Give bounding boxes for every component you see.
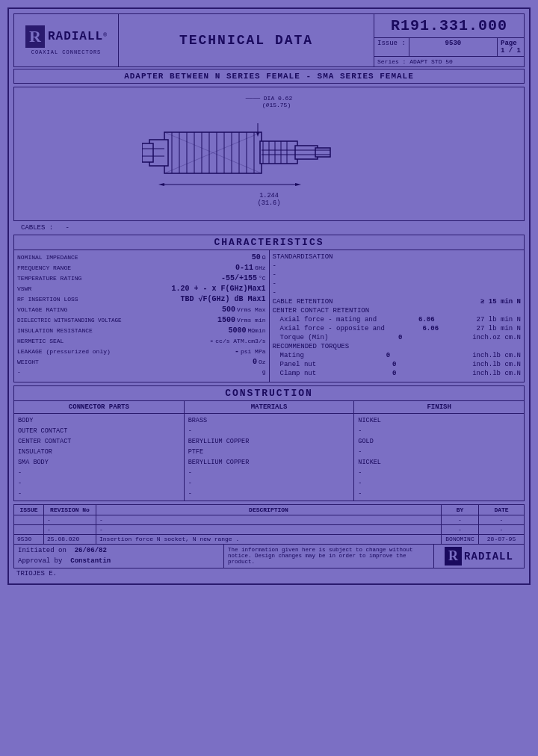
part-d2: - xyxy=(18,478,180,489)
fin-d2: - xyxy=(358,478,520,489)
mat-insulator: PTFE xyxy=(188,447,350,457)
mat-body: BRASS xyxy=(188,415,350,426)
char-right: STANDARDISATION - - - - CABLE RETENTION … xyxy=(270,250,525,382)
col-parts: CONNECTOR PARTS xyxy=(14,401,185,413)
char-row-voltage: VOLTAGE RATING 500 Vrms Max xyxy=(17,306,266,314)
finish-col: NICKEL - GOLD - NICKEL - - - xyxy=(354,414,524,501)
part-d1: - xyxy=(18,468,180,478)
page-label: Page1 / 1 xyxy=(498,38,524,56)
char-row-weight: WEIGHT 0 Oz xyxy=(17,358,266,366)
mat-outer: - xyxy=(188,426,350,436)
construction-title: CONSTRUCTION xyxy=(14,386,524,401)
construction-section: CONSTRUCTION CONNECTOR PARTS MATERIALS F… xyxy=(13,385,525,501)
cr-mating: Mating 0 inch.lb cm.N xyxy=(273,352,522,359)
col-finish: FINISH xyxy=(354,401,524,413)
revision-table: ISSUE REVISION No DESCRIPTION BY DATE - … xyxy=(13,504,525,545)
char-row-vswr: VSWR 1.20 + - x F(GHz)Max1 xyxy=(17,285,266,293)
part-sma: SMA BODY xyxy=(18,457,180,468)
bottom-line: TRIOJES E. xyxy=(13,568,525,579)
header: R RADIALL® COAXIAL CONNECTORS TECHNICAL … xyxy=(13,13,525,67)
characteristics-content: NOMINAL IMPEDANCE 50 Ω FREQUENCY RANGE 0… xyxy=(14,250,524,382)
title-box: TECHNICAL DATA xyxy=(119,14,374,66)
cr-axial-mate: Axial force - mating and 6.06 27 lb min … xyxy=(273,316,522,323)
char-row-dielectric: DIELECTRIC WITHSTANDING VOLTAGE 1500 Vrm… xyxy=(17,316,266,324)
drawing-area: ──── DIA 0.62 (∅15.75) xyxy=(13,87,525,221)
char-row-leakage: LEAKAGE (pressurized only) - psi MPa xyxy=(17,347,266,356)
svg-marker-30 xyxy=(158,183,164,186)
logo-tm: ® xyxy=(103,31,107,38)
characteristics-section: CHARACTERISTICS NOMINAL IMPEDANCE 50 Ω F… xyxy=(13,235,525,382)
cables-row: CABLES : - xyxy=(13,224,525,232)
cr-clamp: Clamp nut 0 inch.lb cm.N xyxy=(273,370,522,377)
mat-d2: - xyxy=(188,478,350,489)
logo-radiall: RADIALL xyxy=(48,30,103,43)
part-center: CENTER CONTACT xyxy=(18,436,180,447)
svg-rect-20 xyxy=(295,146,318,159)
fin-body: NICKEL xyxy=(358,415,520,426)
construction-body: BODY OUTER CONTACT CENTER CONTACT INSULA… xyxy=(14,413,524,501)
footer-notice: The information given here is subject to… xyxy=(224,545,434,568)
parts-col: BODY OUTER CONTACT CENTER CONTACT INSULA… xyxy=(14,414,185,501)
doc-info: R191.331.000 Issue : 9530 Page1 / 1 Seri… xyxy=(374,14,524,66)
dia-label: ──── DIA 0.62 (∅15.75) xyxy=(246,95,292,108)
doc-title: TECHNICAL DATA xyxy=(179,33,313,48)
footer: Initiated on 26/06/82 Approval by Consta… xyxy=(13,545,525,568)
cr-axial-opp: Axial force - opposite and 6.06 27 lb mi… xyxy=(273,325,522,332)
rev-row-1: - - - - xyxy=(14,515,524,525)
char-row-temp: TEMPERATURE RATING -55/+155 °C xyxy=(17,274,266,282)
char-row-freq: FREQUENCY RANGE 0-11 GHz xyxy=(17,264,266,272)
rev-col-issue: ISSUE xyxy=(14,505,44,515)
part-d3: - xyxy=(18,489,180,499)
char-row-impedance: NOMINAL IMPEDANCE 50 Ω xyxy=(17,253,266,261)
svg-rect-16 xyxy=(142,143,153,162)
length-label: 1.244 (31.6) xyxy=(258,192,281,207)
part-outer: OUTER CONTACT xyxy=(18,426,180,436)
footer-initiated: Initiated on 26/06/82 Approval by Consta… xyxy=(14,545,224,568)
cr-rec-torques: RECOMMENDED TORQUES xyxy=(273,343,522,350)
cr-standardisation: STANDARDISATION xyxy=(273,253,522,261)
materials-col: BRASS - BERYLLIUM COPPER PTFE BERYLLIUM … xyxy=(185,414,355,501)
doc-series: Series : ADAPT STD 50 xyxy=(374,57,524,66)
char-row-insulation: INSULATION RESISTANCE 5000 MΩmin xyxy=(17,326,266,335)
rev-row-3: 9530 25.08.020 Insertion force N socket,… xyxy=(14,535,524,544)
logo-sub: COAXIAL CONNECTORS xyxy=(31,49,102,55)
cr-s3: - xyxy=(273,280,522,288)
col-materials: MATERIALS xyxy=(185,401,355,413)
svg-rect-19 xyxy=(260,141,297,164)
rev-col-revno: REVISION No xyxy=(44,505,96,515)
fin-d3: - xyxy=(358,489,520,499)
mat-center: BERYLLIUM COPPER xyxy=(188,436,350,447)
rev-col-desc: DESCRIPTION xyxy=(96,505,442,515)
cr-panel: Panel nut 0 inch.lb cm.N xyxy=(273,361,522,368)
cr-s1: - xyxy=(273,262,522,270)
logo-box: R RADIALL® COAXIAL CONNECTORS xyxy=(14,14,119,66)
mat-d1: - xyxy=(188,468,350,478)
fin-d1: - xyxy=(358,468,520,478)
char-row-weight-g: - g xyxy=(17,368,266,375)
connector-drawing xyxy=(142,110,396,192)
characteristics-title: CHARACTERISTICS xyxy=(14,235,524,250)
svg-marker-31 xyxy=(295,183,301,186)
doc-issue-row: Issue : 9530 Page1 / 1 xyxy=(374,38,524,57)
rev-col-by: BY xyxy=(442,505,479,515)
cr-center-ret: CENTER CONTACT RETENTION xyxy=(273,307,522,315)
page: R RADIALL® COAXIAL CONNECTORS TECHNICAL … xyxy=(7,7,531,585)
logo-top: R RADIALL® xyxy=(25,25,107,48)
part-insulator: INSULATOR xyxy=(18,447,180,457)
fin-center: GOLD xyxy=(358,436,520,447)
cr-s4: - xyxy=(273,289,522,297)
footer-logo: R RADIALL xyxy=(434,545,524,568)
svg-rect-21 xyxy=(315,148,330,157)
cr-torque: Torque (Min) 0 inch.oz cm.N xyxy=(273,334,522,341)
char-left: NOMINAL IMPEDANCE 50 Ω FREQUENCY RANGE 0… xyxy=(14,250,270,382)
logo-r-box: R xyxy=(25,25,45,48)
char-row-insertion: RF INSERTION LOSS TBD √F(GHz) dB Max1 xyxy=(17,295,266,303)
doc-number: R191.331.000 xyxy=(374,14,524,38)
mat-sma: BERYLLIUM COPPER xyxy=(188,457,350,468)
rev-col-date: DATE xyxy=(479,505,524,515)
rev-row-2: - - - - xyxy=(14,525,524,535)
fin-sma: NICKEL xyxy=(358,457,520,468)
adapter-title: ADAPTER BETWEEN N SERIES FEMALE - SMA SE… xyxy=(13,69,525,84)
cr-s2: - xyxy=(273,271,522,279)
cr-cable-ret: CABLE RETENTION ≥ 15 min N xyxy=(273,298,522,306)
